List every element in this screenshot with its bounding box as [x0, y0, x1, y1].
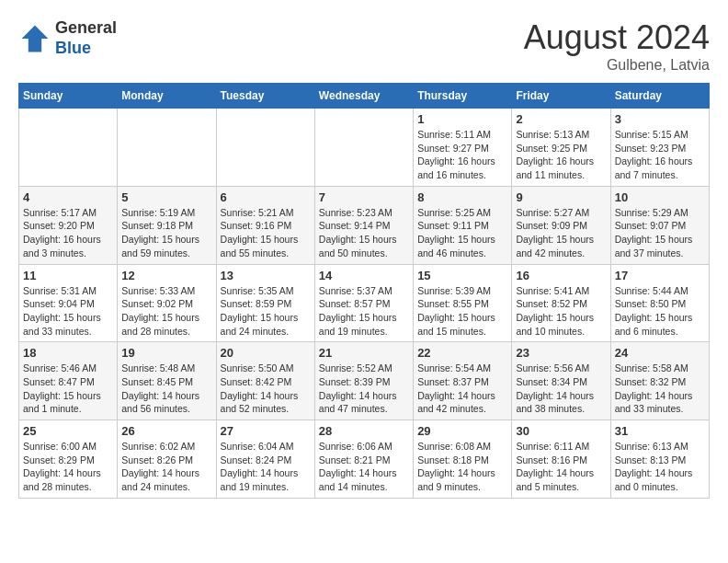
- calendar-cell: [118, 109, 216, 187]
- day-number: 26: [121, 424, 211, 438]
- day-number: 15: [417, 269, 507, 282]
- weekday-header-monday: Monday: [118, 84, 216, 109]
- page-title: August 2024: [524, 18, 710, 57]
- calendar-cell: 19Sunrise: 5:48 AM Sunset: 8:45 PM Dayli…: [118, 342, 216, 420]
- weekday-header-friday: Friday: [512, 84, 610, 109]
- logo-blue-text: Blue: [55, 39, 117, 59]
- logo-general-text: General: [55, 18, 117, 39]
- day-info: Sunrise: 6:11 AM Sunset: 8:16 PM Dayligh…: [516, 440, 606, 494]
- calendar-cell: 14Sunrise: 5:37 AM Sunset: 8:57 PM Dayli…: [314, 264, 413, 342]
- day-number: 1: [417, 112, 507, 126]
- calendar-cell: 6Sunrise: 5:21 AM Sunset: 9:16 PM Daylig…: [216, 186, 314, 264]
- calendar-cell: 12Sunrise: 5:33 AM Sunset: 9:02 PM Dayli…: [118, 264, 216, 342]
- calendar-cell: 24Sunrise: 5:58 AM Sunset: 8:32 PM Dayli…: [610, 342, 709, 420]
- calendar-week-4: 18Sunrise: 5:46 AM Sunset: 8:47 PM Dayli…: [19, 342, 710, 420]
- calendar-cell: 28Sunrise: 6:06 AM Sunset: 8:21 PM Dayli…: [314, 420, 413, 499]
- calendar-cell: 29Sunrise: 6:08 AM Sunset: 8:18 PM Dayli…: [414, 420, 512, 499]
- day-info: Sunrise: 5:17 AM Sunset: 9:20 PM Dayligh…: [23, 206, 113, 260]
- day-info: Sunrise: 5:11 AM Sunset: 9:27 PM Dayligh…: [417, 128, 507, 182]
- calendar-cell: 2Sunrise: 5:13 AM Sunset: 9:25 PM Daylig…: [512, 109, 610, 187]
- day-number: 22: [417, 346, 507, 360]
- calendar-cell: 9Sunrise: 5:27 AM Sunset: 9:09 PM Daylig…: [512, 186, 610, 264]
- calendar-cell: 31Sunrise: 6:13 AM Sunset: 8:13 PM Dayli…: [610, 420, 709, 499]
- day-number: 13: [221, 269, 311, 282]
- calendar-cell: 20Sunrise: 5:50 AM Sunset: 8:42 PM Dayli…: [216, 342, 314, 420]
- page-subtitle: Gulbene, Latvia: [524, 57, 710, 74]
- svg-marker-0: [22, 25, 49, 52]
- calendar-header: SundayMondayTuesdayWednesdayThursdayFrid…: [19, 84, 710, 109]
- day-number: 28: [319, 424, 409, 438]
- calendar-cell: 10Sunrise: 5:29 AM Sunset: 9:07 PM Dayli…: [610, 186, 709, 264]
- day-number: 17: [615, 269, 705, 282]
- calendar-cell: 16Sunrise: 5:41 AM Sunset: 8:52 PM Dayli…: [512, 264, 610, 342]
- day-info: Sunrise: 5:44 AM Sunset: 8:50 PM Dayligh…: [615, 284, 705, 339]
- day-info: Sunrise: 5:19 AM Sunset: 9:18 PM Dayligh…: [121, 206, 211, 260]
- day-info: Sunrise: 5:23 AM Sunset: 9:14 PM Dayligh…: [319, 206, 409, 260]
- day-number: 14: [319, 269, 409, 282]
- day-info: Sunrise: 5:46 AM Sunset: 8:47 PM Dayligh…: [23, 362, 113, 416]
- day-number: 19: [121, 346, 211, 360]
- day-info: Sunrise: 5:27 AM Sunset: 9:09 PM Dayligh…: [516, 206, 606, 260]
- day-number: 25: [23, 424, 113, 438]
- logo-icon: [18, 22, 51, 55]
- day-info: Sunrise: 5:15 AM Sunset: 9:23 PM Dayligh…: [615, 128, 705, 182]
- day-info: Sunrise: 6:04 AM Sunset: 8:24 PM Dayligh…: [221, 440, 311, 494]
- calendar-cell: 7Sunrise: 5:23 AM Sunset: 9:14 PM Daylig…: [314, 186, 413, 264]
- calendar-week-2: 4Sunrise: 5:17 AM Sunset: 9:20 PM Daylig…: [19, 186, 710, 264]
- weekday-header-thursday: Thursday: [414, 84, 512, 109]
- day-info: Sunrise: 5:48 AM Sunset: 8:45 PM Dayligh…: [121, 362, 211, 416]
- day-info: Sunrise: 5:39 AM Sunset: 8:55 PM Dayligh…: [417, 284, 507, 339]
- calendar-body: 1Sunrise: 5:11 AM Sunset: 9:27 PM Daylig…: [19, 109, 710, 499]
- day-info: Sunrise: 6:06 AM Sunset: 8:21 PM Dayligh…: [319, 440, 409, 494]
- calendar-cell: [314, 109, 413, 187]
- day-number: 30: [516, 424, 606, 438]
- calendar-cell: 3Sunrise: 5:15 AM Sunset: 9:23 PM Daylig…: [610, 109, 709, 187]
- calendar-week-3: 11Sunrise: 5:31 AM Sunset: 9:04 PM Dayli…: [19, 264, 710, 342]
- day-info: Sunrise: 6:02 AM Sunset: 8:26 PM Dayligh…: [121, 440, 211, 494]
- calendar-cell: 8Sunrise: 5:25 AM Sunset: 9:11 PM Daylig…: [414, 186, 512, 264]
- calendar-week-5: 25Sunrise: 6:00 AM Sunset: 8:29 PM Dayli…: [19, 420, 710, 499]
- day-info: Sunrise: 5:31 AM Sunset: 9:04 PM Dayligh…: [23, 284, 113, 339]
- day-info: Sunrise: 5:25 AM Sunset: 9:11 PM Dayligh…: [417, 206, 507, 260]
- day-number: 18: [23, 346, 113, 360]
- day-info: Sunrise: 6:08 AM Sunset: 8:18 PM Dayligh…: [417, 440, 507, 494]
- day-info: Sunrise: 6:00 AM Sunset: 8:29 PM Dayligh…: [23, 440, 113, 494]
- day-info: Sunrise: 5:50 AM Sunset: 8:42 PM Dayligh…: [221, 362, 311, 416]
- day-number: 24: [615, 346, 705, 360]
- calendar-cell: 21Sunrise: 5:52 AM Sunset: 8:39 PM Dayli…: [314, 342, 413, 420]
- day-number: 21: [319, 346, 409, 360]
- day-info: Sunrise: 5:33 AM Sunset: 9:02 PM Dayligh…: [121, 284, 211, 339]
- calendar-cell: 17Sunrise: 5:44 AM Sunset: 8:50 PM Dayli…: [610, 264, 709, 342]
- calendar-cell: 22Sunrise: 5:54 AM Sunset: 8:37 PM Dayli…: [414, 342, 512, 420]
- day-info: Sunrise: 5:21 AM Sunset: 9:16 PM Dayligh…: [221, 206, 311, 260]
- day-number: 10: [615, 190, 705, 204]
- logo-text: General Blue: [55, 18, 117, 58]
- day-info: Sunrise: 5:58 AM Sunset: 8:32 PM Dayligh…: [615, 362, 705, 416]
- day-info: Sunrise: 5:37 AM Sunset: 8:57 PM Dayligh…: [319, 284, 409, 339]
- day-number: 12: [121, 269, 211, 282]
- day-number: 23: [516, 346, 606, 360]
- weekday-header-sunday: Sunday: [19, 84, 118, 109]
- weekday-header-saturday: Saturday: [610, 84, 709, 109]
- calendar-cell: 25Sunrise: 6:00 AM Sunset: 8:29 PM Dayli…: [19, 420, 118, 499]
- calendar-cell: 13Sunrise: 5:35 AM Sunset: 8:59 PM Dayli…: [216, 264, 314, 342]
- calendar-cell: 18Sunrise: 5:46 AM Sunset: 8:47 PM Dayli…: [19, 342, 118, 420]
- day-number: 9: [516, 190, 606, 204]
- day-info: Sunrise: 5:13 AM Sunset: 9:25 PM Dayligh…: [516, 128, 606, 182]
- weekday-header-row: SundayMondayTuesdayWednesdayThursdayFrid…: [19, 84, 710, 109]
- day-number: 11: [23, 269, 113, 282]
- day-number: 27: [221, 424, 311, 438]
- calendar-cell: 5Sunrise: 5:19 AM Sunset: 9:18 PM Daylig…: [118, 186, 216, 264]
- calendar-cell: 30Sunrise: 6:11 AM Sunset: 8:16 PM Dayli…: [512, 420, 610, 499]
- day-number: 3: [615, 112, 705, 126]
- calendar-cell: [19, 109, 118, 187]
- day-info: Sunrise: 5:29 AM Sunset: 9:07 PM Dayligh…: [615, 206, 705, 260]
- day-number: 6: [221, 190, 311, 204]
- title-block: August 2024 Gulbene, Latvia: [524, 18, 710, 74]
- weekday-header-tuesday: Tuesday: [216, 84, 314, 109]
- day-info: Sunrise: 6:13 AM Sunset: 8:13 PM Dayligh…: [615, 440, 705, 494]
- calendar-cell: 4Sunrise: 5:17 AM Sunset: 9:20 PM Daylig…: [19, 186, 118, 264]
- day-number: 5: [121, 190, 211, 204]
- calendar-cell: 1Sunrise: 5:11 AM Sunset: 9:27 PM Daylig…: [414, 109, 512, 187]
- logo: General Blue: [18, 18, 117, 58]
